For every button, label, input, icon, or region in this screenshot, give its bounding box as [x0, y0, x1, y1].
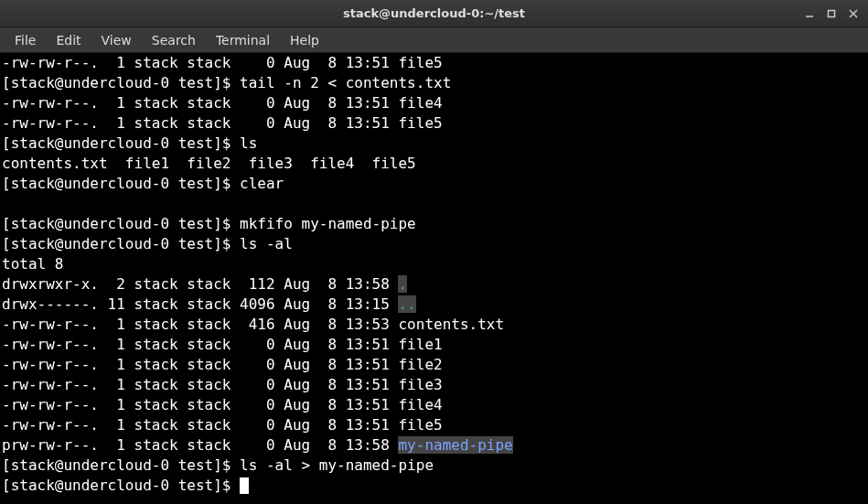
terminal-line: contents.txt file1 file2 file3 file4 fil… [2, 154, 866, 174]
terminal-line: [stack@undercloud-0 test]$ mkfifo my-nam… [2, 214, 866, 234]
highlighted-filename: my-named-pipe [398, 436, 512, 454]
terminal-line: -rw-rw-r--. 1 stack stack 0 Aug 8 13:51 … [2, 53, 866, 73]
maximize-icon [827, 9, 836, 18]
terminal-window: stack@undercloud-0:~/test File Edit View… [0, 0, 868, 504]
terminal-line [2, 194, 866, 214]
terminal-area[interactable]: -rw-rw-r--. 1 stack stack 0 Aug 8 13:51 … [0, 53, 868, 504]
menubar: File Edit View Search Terminal Help [0, 27, 868, 53]
terminal-line: -rw-rw-r--. 1 stack stack 0 Aug 8 13:51 … [2, 415, 866, 435]
svg-rect-1 [829, 10, 835, 16]
terminal-cursor [240, 477, 249, 494]
window-controls [798, 4, 864, 24]
titlebar: stack@undercloud-0:~/test [0, 0, 868, 27]
menu-edit[interactable]: Edit [47, 30, 90, 50]
menu-view[interactable]: View [92, 30, 141, 50]
terminal-line: [stack@undercloud-0 test]$ ls [2, 134, 866, 154]
terminal-line: prw-rw-r--. 1 stack stack 0 Aug 8 13:58 … [2, 435, 866, 456]
maximize-button[interactable] [820, 4, 842, 24]
terminal-line: -rw-rw-r--. 1 stack stack 0 Aug 8 13:51 … [2, 113, 866, 134]
menu-search[interactable]: Search [143, 30, 205, 50]
window-title: stack@undercloud-0:~/test [343, 6, 525, 20]
terminal-line: [stack@undercloud-0 test]$ tail -n 2 < c… [2, 73, 866, 93]
terminal-line: [stack@undercloud-0 test]$ ls -al > my-n… [2, 456, 866, 476]
menu-file[interactable]: File [5, 30, 45, 50]
terminal-line: [stack@undercloud-0 test]$ ls -al [2, 234, 866, 254]
terminal-line: [stack@undercloud-0 test]$ [2, 476, 866, 496]
close-button[interactable] [842, 4, 864, 24]
terminal-line: -rw-rw-r--. 1 stack stack 0 Aug 8 13:51 … [2, 375, 866, 395]
menu-help[interactable]: Help [281, 30, 328, 50]
terminal-line: -rw-rw-r--. 1 stack stack 0 Aug 8 13:51 … [2, 335, 866, 355]
close-icon [849, 9, 858, 18]
terminal-line: total 8 [2, 254, 866, 274]
highlighted-filename: .. [398, 295, 415, 313]
terminal-line: [stack@undercloud-0 test]$ clear [2, 174, 866, 194]
menu-terminal[interactable]: Terminal [207, 30, 279, 50]
terminal-line: -rw-rw-r--. 1 stack stack 0 Aug 8 13:51 … [2, 395, 866, 415]
terminal-line: -rw-rw-r--. 1 stack stack 416 Aug 8 13:5… [2, 315, 866, 335]
minimize-icon [805, 9, 814, 18]
terminal-line: -rw-rw-r--. 1 stack stack 0 Aug 8 13:51 … [2, 93, 866, 113]
terminal-line: drwx------. 11 stack stack 4096 Aug 8 13… [2, 295, 866, 315]
terminal-line: drwxrwxr-x. 2 stack stack 112 Aug 8 13:5… [2, 274, 866, 295]
terminal-line: -rw-rw-r--. 1 stack stack 0 Aug 8 13:51 … [2, 355, 866, 375]
highlighted-filename: . [398, 275, 407, 293]
minimize-button[interactable] [798, 4, 820, 24]
